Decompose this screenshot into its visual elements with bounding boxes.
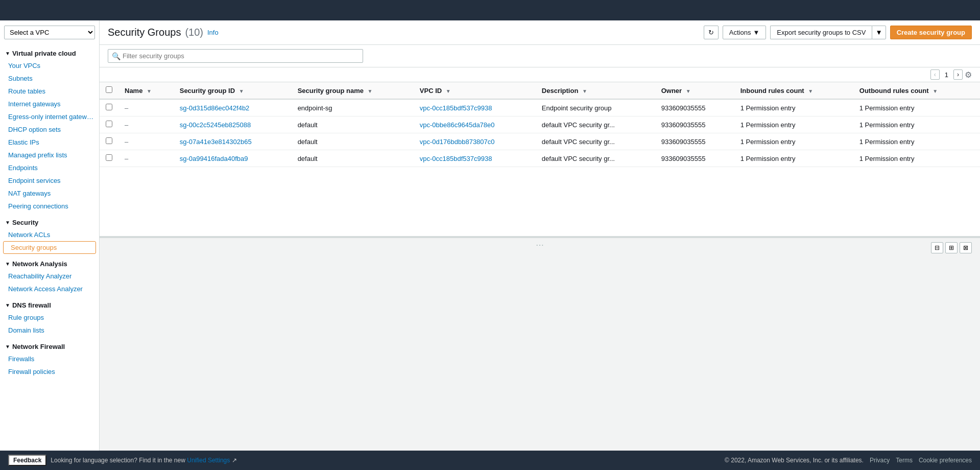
page-count: (10) xyxy=(185,27,203,38)
row-inbound: 1 Permission entry xyxy=(734,133,853,150)
panel-view-split-button[interactable]: ⊟ xyxy=(931,242,943,253)
filter-bar: 🔍 xyxy=(100,45,980,67)
sidebar-item-reachability[interactable]: Reachability Analyzer xyxy=(0,270,99,283)
sidebar-section-vpc[interactable]: ▼ Virtual private cloud xyxy=(0,43,99,59)
row-sg-id[interactable]: sg-00c2c5245eb825088 xyxy=(174,116,292,133)
sidebar-item-network-access-analyzer[interactable]: Network Access Analyzer xyxy=(0,283,99,295)
row-checkbox-cell[interactable] xyxy=(100,133,118,150)
row-checkbox-cell[interactable] xyxy=(100,99,118,116)
row-vpc-id[interactable]: vpc-0bbe86c9645da78e0 xyxy=(414,116,536,133)
row-sg-id[interactable]: sg-0a99416fada40fba9 xyxy=(174,150,292,167)
row-name: – xyxy=(118,99,174,116)
row-description: Endpoint security group xyxy=(536,99,655,116)
info-link[interactable]: Info xyxy=(207,29,219,36)
actions-button[interactable]: Actions ▼ xyxy=(723,26,767,39)
export-caret-button[interactable]: ▼ xyxy=(872,26,886,39)
row-sg-name: default xyxy=(292,133,414,150)
vpc-select[interactable]: Select a VPC xyxy=(4,26,95,39)
sidebar-section-network-analysis[interactable]: ▼ Network Analysis xyxy=(0,254,99,270)
row-vpc-id[interactable]: vpc-0d176bdbb873807c0 xyxy=(414,133,536,150)
table-row: – sg-07a41e3e814302b65 default vpc-0d176… xyxy=(100,133,980,150)
terms-link[interactable]: Terms xyxy=(896,457,913,464)
row-checkbox[interactable] xyxy=(106,137,112,144)
sidebar-item-firewall-policies[interactable]: Firewall policies xyxy=(0,365,99,378)
sidebar-section-security[interactable]: ▼ Security xyxy=(0,213,99,228)
col-sg-id: Security group ID ▼ xyxy=(174,82,292,99)
pagination: ‹ 1 › ⚙ xyxy=(930,69,972,80)
prev-page-button[interactable]: ‹ xyxy=(930,69,940,80)
vpc-selector-wrap[interactable]: Select a VPC xyxy=(0,20,99,43)
next-page-button[interactable]: › xyxy=(953,69,963,80)
row-name: – xyxy=(118,133,174,150)
select-all-header[interactable] xyxy=(100,82,118,99)
sidebar-item-nat-gateways[interactable]: NAT gateways xyxy=(0,187,99,200)
sidebar-section-dns-firewall[interactable]: ▼ DNS firewall xyxy=(0,295,99,311)
sidebar-item-security-groups[interactable]: Security groups xyxy=(3,241,96,254)
panel-view-close-button[interactable]: ⊠ xyxy=(960,242,972,253)
privacy-link[interactable]: Privacy xyxy=(870,457,890,464)
refresh-button[interactable]: ↻ xyxy=(704,26,719,39)
cookie-link[interactable]: Cookie preferences xyxy=(919,457,972,464)
copyright-text: © 2022, Amazon Web Services, Inc. or its… xyxy=(725,457,864,464)
row-sg-name: default xyxy=(292,116,414,133)
sidebar-item-your-vpcs[interactable]: Your VPCs xyxy=(0,59,99,72)
row-outbound: 1 Permission entry xyxy=(853,116,980,133)
export-button[interactable]: Export security groups to CSV xyxy=(770,26,872,39)
filter-input[interactable] xyxy=(108,49,363,63)
sort-icon: ▼ xyxy=(239,88,244,94)
external-link-icon: ↗ xyxy=(232,457,237,464)
sidebar-item-internet-gateways[interactable]: Internet gateways xyxy=(0,98,99,110)
settings-icon[interactable]: ⚙ xyxy=(965,70,972,80)
select-all-checkbox[interactable] xyxy=(106,86,112,93)
content-header: Security Groups (10) Info ↻ Actions ▼ Ex… xyxy=(100,20,980,45)
row-checkbox[interactable] xyxy=(106,121,112,127)
panel-drag-handle[interactable]: ⋯ xyxy=(100,238,980,252)
row-name: – xyxy=(118,150,174,167)
row-vpc-id[interactable]: vpc-0cc185bdf537c9938 xyxy=(414,150,536,167)
panel-view-bottom-button[interactable]: ⊞ xyxy=(945,242,958,253)
col-outbound: Outbound rules count ▼ xyxy=(853,82,980,99)
sidebar-item-subnets[interactable]: Subnets xyxy=(0,72,99,85)
row-sg-id[interactable]: sg-0d315d86ec042f4b2 xyxy=(174,99,292,116)
chevron-down-icon: ▼ xyxy=(5,51,10,56)
col-owner: Owner ▼ xyxy=(655,82,734,99)
row-owner: 933609035555 xyxy=(655,99,734,116)
drag-icon: ⋯ xyxy=(536,241,544,249)
row-owner: 933609035555 xyxy=(655,133,734,150)
row-checkbox[interactable] xyxy=(106,154,112,161)
chevron-down-icon: ▼ xyxy=(5,302,10,308)
create-security-group-button[interactable]: Create security group xyxy=(890,26,972,39)
create-label: Create security group xyxy=(897,29,965,36)
row-checkbox[interactable] xyxy=(106,104,112,110)
sidebar-item-rule-groups[interactable]: Rule groups xyxy=(0,311,99,324)
sidebar-item-domain-lists[interactable]: Domain lists xyxy=(0,324,99,337)
sidebar-item-route-tables[interactable]: Route tables xyxy=(0,85,99,98)
sort-icon: ▼ xyxy=(446,88,451,94)
sidebar-item-egress-gateways[interactable]: Egress-only internet gateways xyxy=(0,110,99,123)
row-description: default VPC security gr... xyxy=(536,133,655,150)
sidebar-item-endpoints[interactable]: Endpoints xyxy=(0,161,99,174)
sidebar-item-managed-prefix[interactable]: Managed prefix lists xyxy=(0,149,99,161)
sidebar-item-peering[interactable]: Peering connections xyxy=(0,200,99,213)
row-outbound: 1 Permission entry xyxy=(853,150,980,167)
sort-icon: ▼ xyxy=(933,88,938,94)
sidebar-item-dhcp[interactable]: DHCP option sets xyxy=(0,123,99,136)
sidebar-item-elastic-ips[interactable]: Elastic IPs xyxy=(0,136,99,149)
unified-settings-link[interactable]: Unified Settings xyxy=(187,457,230,464)
row-sg-id[interactable]: sg-07a41e3e814302b65 xyxy=(174,133,292,150)
sidebar-item-network-acls[interactable]: Network ACLs xyxy=(0,228,99,241)
col-vpc-id: VPC ID ▼ xyxy=(414,82,536,99)
row-checkbox-cell[interactable] xyxy=(100,150,118,167)
table-row: – sg-0d315d86ec042f4b2 endpoint-sg vpc-0… xyxy=(100,99,980,116)
row-vpc-id[interactable]: vpc-0cc185bdf537c9938 xyxy=(414,99,536,116)
refresh-icon: ↻ xyxy=(708,29,714,36)
sidebar-item-endpoint-services[interactable]: Endpoint services xyxy=(0,174,99,187)
row-checkbox-cell[interactable] xyxy=(100,116,118,133)
footer-left: Feedback Looking for language selection?… xyxy=(8,455,237,466)
footer: Feedback Looking for language selection?… xyxy=(0,451,980,470)
feedback-button[interactable]: Feedback xyxy=(8,455,46,466)
sidebar-item-firewalls[interactable]: Firewalls xyxy=(0,353,99,365)
sidebar-section-network-firewall[interactable]: ▼ Network Firewall xyxy=(0,337,99,353)
security-groups-table: Name ▼ Security group ID ▼ Security grou… xyxy=(100,82,980,167)
row-name: – xyxy=(118,116,174,133)
